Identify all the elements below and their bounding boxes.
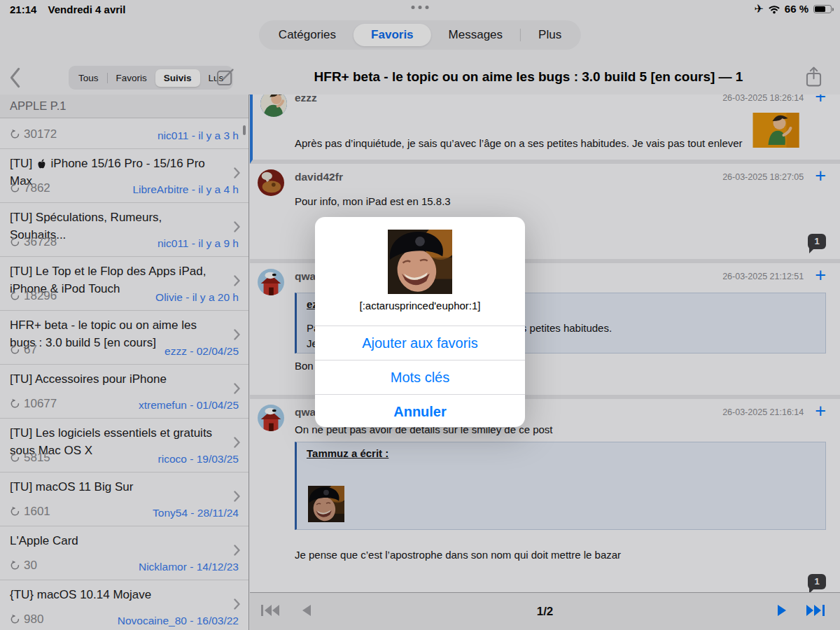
smiley-code: [:actarusprinced'euphor:1]: [315, 300, 525, 315]
app-screen: 21:14 Vendredi 4 avril ✈ 66 % Catégories…: [0, 0, 840, 630]
add-to-favorites-button[interactable]: Ajouter aux favoris: [315, 326, 525, 360]
smiley-action-sheet: [:actarusprinced'euphor:1] Ajouter aux f…: [315, 217, 525, 427]
smiley-preview-image: [388, 230, 452, 294]
cancel-button[interactable]: Annuler: [315, 394, 525, 427]
keywords-button[interactable]: Mots clés: [315, 360, 525, 394]
